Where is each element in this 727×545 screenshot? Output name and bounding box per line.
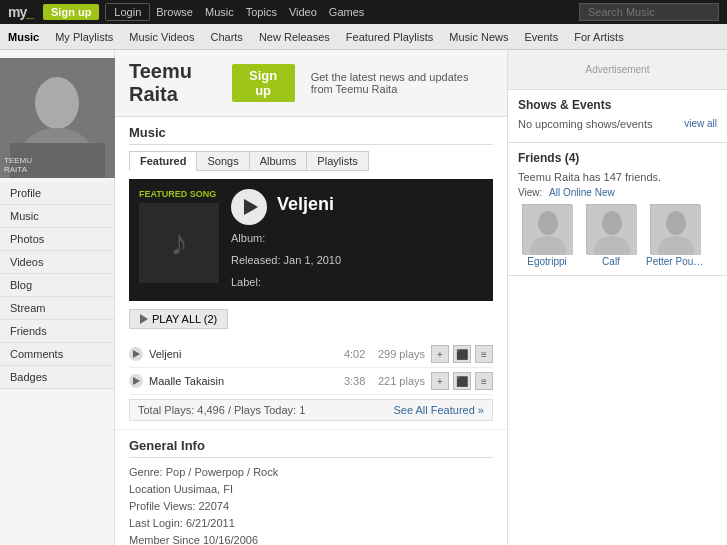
friend-avatar-3	[650, 204, 700, 254]
nav-my-playlists[interactable]: My Playlists	[55, 31, 113, 43]
view-all-shows-link[interactable]: view all	[684, 118, 717, 129]
last-login-row: Last Login: 6/21/2011	[129, 515, 493, 532]
sidebar-item-friends[interactable]: Friends	[0, 320, 114, 343]
sidebar-item-comments[interactable]: Comments	[0, 343, 114, 366]
track-share-btn-1[interactable]: ⬛	[453, 345, 471, 363]
no-shows-text: No upcoming shows/events	[518, 118, 653, 130]
sidebar-item-stream[interactable]: Stream	[0, 297, 114, 320]
track-play-button-1[interactable]	[129, 347, 143, 361]
friend-name-2[interactable]: Calf	[582, 256, 640, 267]
see-all-featured-link[interactable]: See All Featured »	[393, 404, 484, 416]
sidebar-item-music[interactable]: Music	[0, 205, 114, 228]
friends-view-options: View: All Online New	[518, 187, 717, 198]
tab-albums[interactable]: Albums	[249, 151, 307, 171]
music-tabs: Featured Songs Albums Playlists	[129, 151, 493, 171]
view-online-friends-link[interactable]: Online	[563, 187, 592, 198]
track-play-icon-1	[133, 350, 140, 358]
view-all-friends-link[interactable]: All	[549, 187, 560, 198]
friends-title: Friends (4)	[518, 151, 717, 165]
friend-name-3[interactable]: Petter Pousar	[646, 256, 704, 267]
sidebar-item-badges[interactable]: Badges	[0, 366, 114, 389]
featured-song-title: Veljeni	[277, 194, 334, 215]
topics-link[interactable]: Topics	[246, 6, 277, 18]
svg-point-1	[35, 77, 79, 129]
general-info-section: General Info Genre: Pop / Powerpop / Roc…	[115, 429, 507, 545]
friend-avatar-2	[586, 204, 636, 254]
tab-featured[interactable]: Featured	[129, 151, 196, 171]
video-link[interactable]: Video	[289, 6, 317, 18]
track-list: Veljeni 4:02 299 plays + ⬛ ≡ Maalle Taka…	[129, 341, 493, 395]
track-add-btn-1[interactable]: +	[431, 345, 449, 363]
nav-charts[interactable]: Charts	[210, 31, 242, 43]
total-plays-bar: Total Plays: 4,496 / Plays Today: 1 See …	[129, 399, 493, 421]
signup-button-profile[interactable]: Sign up	[232, 64, 295, 102]
genre-row: Genre: Pop / Powerpop / Rock	[129, 464, 493, 481]
nav-music-news[interactable]: Music News	[449, 31, 508, 43]
track-duration-1: 4:02	[344, 348, 372, 360]
nav-events[interactable]: Events	[525, 31, 559, 43]
top-nav-links: Browse Music Topics Video Games	[156, 6, 364, 18]
featured-label: FEATURED SONG	[139, 189, 219, 199]
search-input[interactable]	[579, 3, 719, 21]
friend-item-2: Calf	[582, 204, 640, 267]
music-note-icon: ♪	[170, 222, 188, 264]
view-new-friends-link[interactable]: New	[595, 187, 615, 198]
sidebar-menu: Profile Music Photos Videos Blog Stream …	[0, 182, 114, 389]
play-all-icon	[140, 314, 148, 324]
play-all-area: PLAY ALL (2)	[129, 309, 493, 335]
play-triangle-icon	[244, 199, 258, 215]
svg-point-11	[666, 211, 686, 235]
friend-item-3: Petter Pousar	[646, 204, 704, 267]
secondary-navigation: Music My Playlists Music Videos Charts N…	[0, 24, 727, 50]
song-thumbnail: ♪	[139, 203, 219, 283]
track-add-btn-2[interactable]: +	[431, 372, 449, 390]
profile-picture: TEEMURAITA	[0, 58, 115, 178]
track-more-btn-1[interactable]: ≡	[475, 345, 493, 363]
tab-songs[interactable]: Songs	[196, 151, 248, 171]
shows-events-title: Shows & Events	[518, 98, 717, 112]
music-section-title: Music	[129, 125, 493, 145]
play-button-featured[interactable]	[231, 189, 267, 225]
location-row: Location Uusimaa, FI	[129, 481, 493, 498]
featured-song-box: FEATURED SONG ♪ Veljeni Album:	[129, 179, 493, 301]
svg-point-8	[602, 211, 622, 235]
nav-music[interactable]: Music	[8, 31, 39, 43]
profile-header: Teemu Raita Sign up Get the latest news …	[115, 50, 507, 117]
shows-events-section: Shows & Events No upcoming shows/events …	[508, 90, 727, 143]
friends-grid: Egotrippi Calf	[518, 204, 717, 267]
svg-point-5	[538, 211, 558, 235]
track-more-btn-2[interactable]: ≡	[475, 372, 493, 390]
site-logo: my_	[8, 4, 33, 20]
song-album-detail: Album:	[231, 229, 341, 247]
track-name-2: Maalle Takaisin	[149, 375, 338, 387]
play-all-button[interactable]: PLAY ALL (2)	[129, 309, 228, 329]
friend-name-1[interactable]: Egotrippi	[518, 256, 576, 267]
nav-new-releases[interactable]: New Releases	[259, 31, 330, 43]
profile-name: Teemu Raita	[129, 60, 216, 106]
games-link[interactable]: Games	[329, 6, 364, 18]
browse-link[interactable]: Browse	[156, 6, 193, 18]
login-button[interactable]: Login	[105, 3, 150, 21]
song-label-detail: Label:	[231, 273, 341, 291]
sidebar-item-profile[interactable]: Profile	[0, 182, 114, 205]
track-plays-1: 299 plays	[378, 348, 425, 360]
sidebar-item-videos[interactable]: Videos	[0, 251, 114, 274]
track-play-button-2[interactable]	[129, 374, 143, 388]
sidebar-item-blog[interactable]: Blog	[0, 274, 114, 297]
track-actions-2: + ⬛ ≡	[431, 372, 493, 390]
nav-featured-playlists[interactable]: Featured Playlists	[346, 31, 433, 43]
tab-playlists[interactable]: Playlists	[306, 151, 368, 171]
nav-for-artists[interactable]: For Artists	[574, 31, 624, 43]
music-section: Music Featured Songs Albums Playlists FE…	[115, 117, 507, 429]
music-link[interactable]: Music	[205, 6, 234, 18]
track-row: Veljeni 4:02 299 plays + ⬛ ≡	[129, 341, 493, 368]
signup-button-top[interactable]: Sign up	[43, 4, 99, 20]
right-sidebar: Advertisement Shows & Events No upcoming…	[507, 50, 727, 545]
track-share-btn-2[interactable]: ⬛	[453, 372, 471, 390]
advertisement-placeholder: Advertisement	[508, 50, 727, 90]
sidebar-item-photos[interactable]: Photos	[0, 228, 114, 251]
album-text-overlay: TEEMURAITA	[4, 156, 32, 174]
track-name-1: Veljeni	[149, 348, 338, 360]
left-sidebar: TEEMURAITA Profile Music Photos Videos B…	[0, 50, 115, 545]
nav-music-videos[interactable]: Music Videos	[129, 31, 194, 43]
